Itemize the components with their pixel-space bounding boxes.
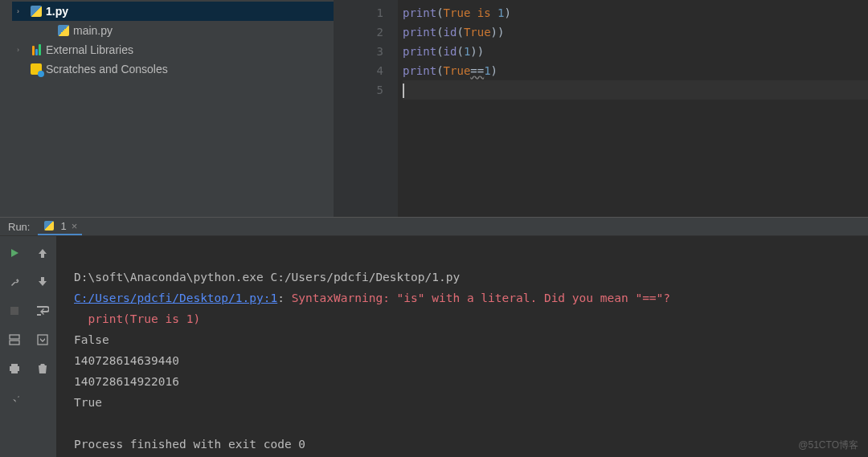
- arrow-up-icon[interactable]: [34, 244, 51, 262]
- line-number[interactable]: 4: [334, 61, 383, 80]
- run-panel: Run: 1 ×: [0, 217, 868, 457]
- close-icon[interactable]: ×: [72, 220, 78, 232]
- run-toolbar-primary: [0, 236, 28, 457]
- tree-item-label: Scratches and Consoles: [46, 63, 168, 75]
- code-line-current[interactable]: [403, 80, 868, 100]
- pin-icon[interactable]: [6, 389, 23, 406]
- console-line: Process finished with exit code 0: [74, 438, 305, 451]
- run-tab-label: 1: [60, 220, 66, 232]
- tree-item-main-py[interactable]: main.py: [12, 21, 334, 40]
- library-icon: [30, 43, 43, 56]
- project-sidebar: › 1.py main.py › External Libraries Scra…: [0, 0, 334, 217]
- console-line: True: [74, 396, 102, 409]
- run-tab[interactable]: 1 ×: [38, 218, 82, 235]
- console-output[interactable]: D:\soft\Anaconda\python.exe C:/Users/pdc…: [56, 236, 868, 457]
- project-tree[interactable]: › 1.py main.py › External Libraries Scra…: [12, 0, 334, 217]
- run-panel-header: Run: 1 ×: [0, 218, 868, 236]
- svg-rect-2: [10, 341, 19, 345]
- stop-button[interactable]: [6, 302, 23, 320]
- arrow-down-icon[interactable]: [34, 273, 51, 291]
- editor-area: 1 2 3 4 5 print(True is 1) print(id(True…: [334, 0, 868, 217]
- code-line[interactable]: print(True==1): [403, 61, 868, 80]
- wrench-icon[interactable]: [6, 273, 23, 291]
- console-line: D:\soft\Anaconda\python.exe C:/Users/pdc…: [74, 271, 460, 284]
- left-gutter: [0, 0, 12, 217]
- svg-rect-3: [11, 364, 18, 366]
- tree-item-scratches[interactable]: Scratches and Consoles: [12, 59, 334, 79]
- run-toolbar-secondary: [28, 236, 56, 457]
- code-line[interactable]: print(id(True)): [403, 22, 868, 42]
- chevron-right-icon[interactable]: ›: [17, 7, 27, 15]
- svg-rect-6: [38, 335, 47, 345]
- console-line: 140728614922016: [74, 375, 179, 388]
- tree-item-label: 1.py: [46, 5, 68, 18]
- code-line[interactable]: print(id(1)): [403, 42, 868, 61]
- console-line: False: [74, 333, 109, 346]
- console-file-link[interactable]: C:/Users/pdcfi/Desktop/1.py:1: [74, 292, 277, 304]
- tree-item-label: External Libraries: [46, 43, 133, 56]
- tree-item-label: main.py: [73, 24, 113, 37]
- svg-rect-0: [10, 307, 18, 315]
- caret-icon: [403, 84, 404, 98]
- run-button[interactable]: [6, 244, 23, 262]
- python-file-icon: [30, 5, 43, 18]
- chevron-right-icon[interactable]: ›: [17, 46, 27, 54]
- printer-icon[interactable]: [6, 360, 23, 377]
- layout-icon[interactable]: [6, 331, 23, 349]
- tree-item-external-libraries[interactable]: › External Libraries: [12, 40, 334, 59]
- scroll-to-end-icon[interactable]: [34, 331, 51, 349]
- python-file-icon: [57, 24, 70, 37]
- line-number[interactable]: 1: [334, 3, 383, 22]
- python-file-icon: [43, 219, 55, 232]
- console-warning: SyntaxWarning: "is" with a literal. Did …: [292, 292, 670, 304]
- run-label: Run:: [8, 221, 30, 233]
- svg-rect-1: [10, 335, 19, 339]
- tree-item-1py[interactable]: › 1.py: [12, 2, 334, 21]
- trash-icon[interactable]: [34, 360, 51, 377]
- line-number-gutter[interactable]: 1 2 3 4 5: [334, 0, 398, 217]
- code-line[interactable]: print(True is 1): [403, 3, 868, 22]
- console-text: :: [277, 292, 291, 304]
- line-number[interactable]: 5: [334, 80, 383, 100]
- svg-rect-5: [11, 371, 18, 373]
- soft-wrap-icon[interactable]: [34, 302, 51, 320]
- line-number[interactable]: 3: [334, 42, 383, 61]
- line-number[interactable]: 2: [334, 22, 383, 42]
- svg-rect-4: [10, 366, 19, 371]
- watermark: @51CTO博客: [798, 439, 858, 452]
- code-editor[interactable]: print(True is 1) print(id(True)) print(i…: [398, 0, 868, 217]
- console-line: 140728614639440: [74, 354, 179, 367]
- scratches-icon: [30, 63, 43, 75]
- console-warning-code: print(True is 1): [74, 312, 200, 325]
